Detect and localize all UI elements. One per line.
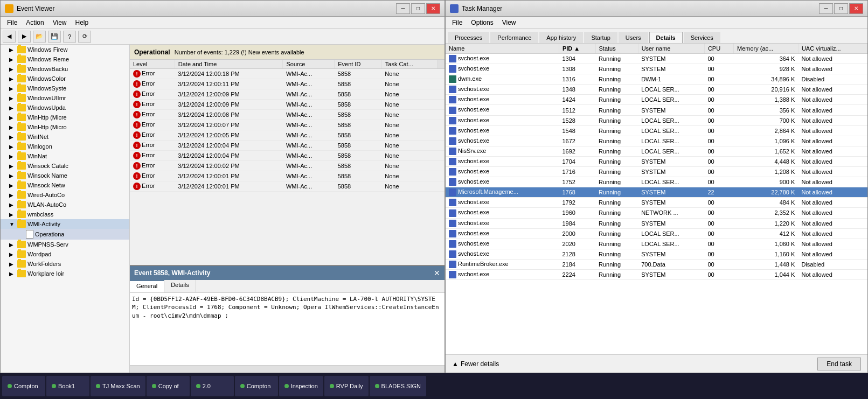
tm-minimize-button[interactable]: ─: [819, 3, 833, 14]
menu-file[interactable]: File: [3, 18, 22, 27]
close-button[interactable]: ✕: [426, 3, 440, 14]
sidebar-item-wmpnss[interactable]: ▶ WMPNSS-Serv: [1, 240, 129, 249]
taskbar-item-compton1[interactable]: Compton: [2, 376, 45, 396]
sidebar-item-winsockcatalog[interactable]: ▶ Winsock Catalc: [1, 161, 129, 171]
list-item[interactable]: svchost.exe 1528 Running LOCAL SER... 00…: [446, 115, 867, 125]
list-item[interactable]: svchost.exe 1960 Running NETWORK ... 00 …: [446, 208, 867, 218]
list-item[interactable]: svchost.exe 1348 Running LOCAL SER... 00…: [446, 85, 867, 95]
list-item[interactable]: svchost.exe 2020 Running LOCAL SER... 00…: [446, 239, 867, 249]
col-memory[interactable]: Memory (ac...: [734, 44, 798, 54]
list-item[interactable]: svchost.exe 1304 Running SYSTEM 00 364 K…: [446, 54, 867, 64]
list-item[interactable]: NisSrv.exe 1692 Running LOCAL SER... 00 …: [446, 146, 867, 156]
tab-general[interactable]: General: [130, 280, 164, 292]
menu-action[interactable]: Action: [22, 18, 48, 27]
list-item[interactable]: svchost.exe 1792 Running SYSTEM 00 484 K…: [446, 198, 867, 208]
table-row[interactable]: !Error 3/12/2024 12:00:01 PM WMI-Ac... 5…: [130, 181, 445, 192]
sidebar-item-wmbclass[interactable]: ▶ wmbclass: [1, 209, 129, 219]
sidebar-item-winlogon[interactable]: ▶ Winlogon: [1, 142, 129, 151]
col-taskcat[interactable]: Task Cat...: [381, 60, 437, 69]
sidebar-item-wininet[interactable]: ▶ WinINet: [1, 132, 129, 142]
menu-view[interactable]: View: [48, 18, 71, 27]
table-row[interactable]: !Error 3/12/2024 12:00:05 PM WMI-Ac... 5…: [130, 130, 445, 141]
sidebar-item-wlanauto[interactable]: ▶ WLAN-AutoCo: [1, 200, 129, 209]
table-row[interactable]: !Error 3/12/2024 12:00:04 PM WMI-Ac... 5…: [130, 151, 445, 161]
task-manager-table-wrapper[interactable]: Name PID ▲ Status User name CPU Memory (…: [446, 44, 867, 354]
list-item[interactable]: svchost.exe 2224 Running SYSTEM 00 1,044…: [446, 269, 867, 279]
sidebar-item-wmiactivity[interactable]: ▼ WMI-Activity: [1, 219, 129, 229]
list-item[interactable]: svchost.exe 1308 Running SYSTEM 00 928 K…: [446, 64, 867, 74]
list-item[interactable]: Microsoft.Manageme... 1768 Running SYSTE…: [446, 187, 867, 198]
back-button[interactable]: ◀: [3, 31, 16, 43]
taskbar-item-bladessign[interactable]: BLADES SIGN: [370, 376, 426, 396]
open-button[interactable]: 📂: [33, 31, 46, 43]
sidebar-item-windowssystem[interactable]: ▶ WindowsSyste: [1, 83, 129, 93]
sidebar-item-workfolders[interactable]: ▶ WorkFolders: [1, 259, 129, 269]
sidebar-item-windowscolor[interactable]: ▶ WindowsColor: [1, 74, 129, 83]
col-username[interactable]: User name: [638, 44, 704, 54]
sidebar-item-winnat[interactable]: ▶ WinNat: [1, 151, 129, 161]
sidebar-item-windowsupdate[interactable]: ▶ WindowsUpda: [1, 103, 129, 113]
list-item[interactable]: svchost.exe 1752 Running LOCAL SER... 00…: [446, 177, 867, 187]
list-item[interactable]: svchost.exe 1512 Running SYSTEM 00 356 K…: [446, 105, 867, 115]
save-button[interactable]: 💾: [48, 31, 61, 43]
col-eventid[interactable]: Event ID: [335, 60, 382, 69]
taskbar-item-compton2[interactable]: Compton: [235, 376, 278, 396]
list-item[interactable]: svchost.exe 1424 Running LOCAL SER... 00…: [446, 95, 867, 105]
table-row[interactable]: !Error 3/12/2024 12:00:04 PM WMI-Ac... 5…: [130, 141, 445, 151]
table-row[interactable]: !Error 3/12/2024 12:00:08 PM WMI-Ac... 5…: [130, 110, 445, 120]
taskbar-item-tjmaxx[interactable]: TJ Maxx Scan: [91, 376, 145, 396]
tab-services[interactable]: Services: [684, 32, 720, 43]
sidebar-item-windowsfirewall[interactable]: ▶ Windows Firew: [1, 45, 129, 54]
minimize-button[interactable]: ─: [396, 3, 410, 14]
col-status[interactable]: Status: [595, 44, 638, 54]
tab-users[interactable]: Users: [619, 32, 648, 43]
taskbar-item-book1[interactable]: Book1: [46, 376, 89, 396]
col-level[interactable]: Level: [130, 60, 175, 69]
col-cpu[interactable]: CPU: [704, 44, 733, 54]
sidebar-item-wordpad[interactable]: ▶ Wordpad: [1, 249, 129, 259]
list-item[interactable]: dwm.exe 1316 Running DWM-1 00 34,896 K D…: [446, 74, 867, 85]
list-item[interactable]: svchost.exe 1716 Running SYSTEM 00 1,208…: [446, 167, 867, 177]
list-item[interactable]: svchost.exe 1704 Running SYSTEM 00 4,448…: [446, 156, 867, 166]
sidebar-item-winhttp2[interactable]: ▶ WinHttp (Micro: [1, 122, 129, 132]
col-name[interactable]: Name: [446, 44, 559, 54]
sidebar-item-windowsuiimr[interactable]: ▶ WindowsUIImr: [1, 93, 129, 103]
tab-details[interactable]: Details: [649, 32, 683, 43]
fewer-details-button[interactable]: ▲ Fewer details: [452, 360, 499, 368]
detail-close-button[interactable]: ✕: [434, 269, 440, 277]
col-pid[interactable]: PID ▲: [559, 44, 595, 54]
tab-processes[interactable]: Processes: [448, 32, 489, 43]
taskbar-item-20[interactable]: 2.0: [191, 376, 234, 396]
refresh-button[interactable]: ⟳: [78, 31, 91, 43]
tm-close-button[interactable]: ✕: [849, 3, 863, 14]
forward-button[interactable]: ▶: [18, 31, 31, 43]
list-item[interactable]: svchost.exe 2128 Running SYSTEM 00 1,160…: [446, 249, 867, 259]
list-item[interactable]: svchost.exe 1672 Running LOCAL SER... 00…: [446, 136, 867, 146]
list-item[interactable]: RuntimeBroker.exe 2184 Running 700.Data …: [446, 259, 867, 269]
taskbar-item-inspection[interactable]: Inspection: [279, 376, 323, 396]
tm-menu-view[interactable]: View: [498, 18, 520, 27]
end-task-button[interactable]: End task: [817, 358, 861, 370]
table-row[interactable]: !Error 3/12/2024 12:00:09 PM WMI-Ac... 5…: [130, 100, 445, 110]
table-row[interactable]: !Error 3/12/2024 12:00:07 PM WMI-Ac... 5…: [130, 120, 445, 130]
table-row[interactable]: !Error 3/12/2024 12:00:18 PM WMI-Ac... 5…: [130, 69, 445, 79]
sidebar-item-windowsbackup[interactable]: ▶ WindowsBacku: [1, 64, 129, 74]
tm-menu-file[interactable]: File: [448, 18, 467, 27]
maximize-button[interactable]: □: [411, 3, 425, 14]
table-row[interactable]: !Error 3/12/2024 12:00:09 PM WMI-Ac... 5…: [130, 89, 445, 100]
taskbar-item-rvpdaily[interactable]: RVP Daily: [324, 376, 369, 396]
list-item[interactable]: svchost.exe 2000 Running LOCAL SER... 00…: [446, 228, 867, 239]
col-datetime[interactable]: Date and Time: [175, 60, 283, 69]
tm-maximize-button[interactable]: □: [834, 3, 848, 14]
tm-menu-options[interactable]: Options: [467, 18, 497, 27]
sidebar-item-wiredauto[interactable]: ▶ Wired-AutoCo: [1, 190, 129, 200]
tab-details[interactable]: Details: [164, 280, 196, 292]
event-table[interactable]: Level Date and Time Source Event ID Task…: [130, 60, 445, 265]
table-row[interactable]: !Error 3/12/2024 12:00:11 PM WMI-Ac... 5…: [130, 79, 445, 89]
menu-help[interactable]: Help: [71, 18, 93, 27]
tab-app-history[interactable]: App history: [539, 32, 583, 43]
list-item[interactable]: svchost.exe 1984 Running SYSTEM 00 1,220…: [446, 218, 867, 228]
sidebar-item-winsocknetwork[interactable]: ▶ Winsock Netw: [1, 180, 129, 190]
sidebar-item-workplacejoin[interactable]: ▶ Workplare Ioir: [1, 269, 129, 278]
table-row[interactable]: !Error 3/12/2024 12:00:01 PM WMI-Ac... 5…: [130, 171, 445, 181]
